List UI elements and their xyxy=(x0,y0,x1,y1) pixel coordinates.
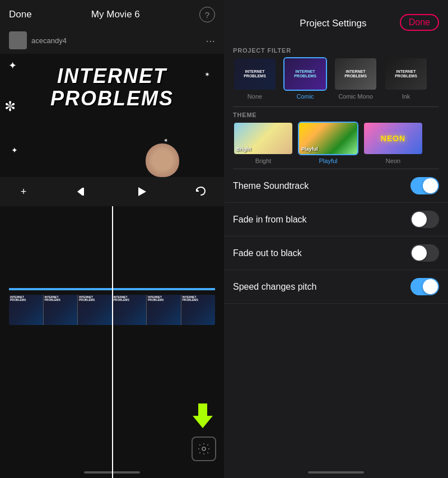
svg-marker-2 xyxy=(138,187,146,196)
help-button[interactable]: ? xyxy=(199,7,215,22)
theme-thumb-bright: Bright xyxy=(233,122,293,155)
add-clip-button[interactable]: + xyxy=(13,182,34,202)
svg-marker-3 xyxy=(193,403,213,428)
right-bottom-area xyxy=(224,304,448,478)
filter-item-comic-mono[interactable]: INTERNETPROBLEMS Comic Mono xyxy=(334,57,377,100)
neon-overlay-text: NEON xyxy=(381,134,405,143)
star-decoration: ✼ xyxy=(4,99,16,114)
svg-point-4 xyxy=(202,447,206,451)
theme-overlay-bright: Bright xyxy=(236,146,251,152)
filter-thumb-ink: INTERNETPROBLEMS xyxy=(384,57,428,91)
toggle-row-speed-pitch: Speed changes pitch xyxy=(224,270,448,304)
toggle-row-theme-soundtrack: Theme Soundtrack xyxy=(224,169,448,203)
theme-item-bright[interactable]: Bright Bright xyxy=(233,122,293,164)
filter-preview-comic-mono: INTERNETPROBLEMS xyxy=(335,58,376,90)
filter-section-label: PROJECT FILTER xyxy=(224,43,448,57)
filter-mini-text: INTERNETPROBLEMS xyxy=(244,69,266,78)
playback-controls: + xyxy=(0,177,224,206)
film-frame: INTERNETPROBLEMS xyxy=(44,295,78,325)
right-panel: Project Settings Done PROJECT FILTER INT… xyxy=(224,0,448,478)
theme-item-playful[interactable]: Playful Playful xyxy=(298,122,358,164)
toggle-row-fade-out: Fade out to black xyxy=(224,236,448,270)
gear-icon xyxy=(197,442,211,456)
filter-item-none[interactable]: INTERNETPROBLEMS None xyxy=(233,57,277,100)
video-preview: INTERNET PROBLEMS ✦ ✶ ✦ ✼ ✶ xyxy=(0,54,224,177)
filter-preview-ink: INTERNETPROBLEMS xyxy=(385,58,427,90)
arrow-down-icon xyxy=(193,403,213,428)
user-info: acecandy4 xyxy=(9,31,67,49)
svg-rect-1 xyxy=(82,188,84,196)
filter-label-comic: Comic xyxy=(296,93,314,100)
settings-title: Project Settings xyxy=(291,9,375,36)
project-settings-button[interactable] xyxy=(192,437,216,461)
film-frame: INTERNETPROBLEMS xyxy=(113,295,147,325)
done-button[interactable]: Done xyxy=(9,9,32,20)
play-button[interactable] xyxy=(132,182,152,202)
star-decoration: ✶ xyxy=(164,137,168,143)
filter-thumb-comic: INTERNETPROBLEMS xyxy=(283,57,327,91)
play-icon xyxy=(136,185,148,198)
film-frame: INTERNETPROBLEMS xyxy=(181,295,216,325)
rewind-icon xyxy=(76,185,88,198)
face-blob xyxy=(146,143,179,177)
filter-thumb-comic-mono: INTERNETPROBLEMS xyxy=(334,57,377,91)
theme-preview-playful: Playful xyxy=(299,123,357,154)
toggle-label-fade-out: Fade out to black xyxy=(233,248,302,258)
filter-label-comic-mono: Comic Mono xyxy=(338,93,373,100)
preview-line2: PROBLEMS xyxy=(22,87,202,110)
toggle-speed-pitch[interactable] xyxy=(410,278,439,295)
toggle-fade-out[interactable] xyxy=(410,244,439,262)
theme-item-neon[interactable]: NEON Neon xyxy=(363,122,423,164)
undo-icon xyxy=(194,185,207,198)
username-label: acecandy4 xyxy=(31,36,67,45)
preview-line1: INTERNET xyxy=(22,65,202,87)
settings-done-button[interactable]: Done xyxy=(400,14,439,31)
preview-content: INTERNET PROBLEMS ✦ ✶ ✦ ✼ ✶ xyxy=(0,54,224,177)
toggle-knob xyxy=(423,279,438,294)
filter-label-ink: Ink xyxy=(402,93,410,100)
right-header: Project Settings Done xyxy=(224,0,448,43)
filter-item-ink[interactable]: INTERNETPROBLEMS Ink xyxy=(384,57,428,100)
theme-label-playful: Playful xyxy=(319,157,337,164)
arrow-down-indicator xyxy=(193,403,213,433)
preview-title: INTERNET PROBLEMS xyxy=(22,65,202,109)
svg-marker-0 xyxy=(77,188,82,196)
home-indicator-right xyxy=(308,471,364,474)
toggle-knob xyxy=(412,212,427,227)
filter-thumb-none: INTERNETPROBLEMS xyxy=(233,57,277,91)
star-decoration: ✦ xyxy=(11,146,18,155)
filter-mini-text: INTERNETPROBLEMS xyxy=(395,69,417,78)
left-panel: Done My Movie 6 ? acecandy4 ··· INTERNET… xyxy=(0,0,224,478)
toggle-fade-in[interactable] xyxy=(410,211,439,228)
theme-preview-neon: NEON xyxy=(364,123,422,154)
sub-header: acecandy4 ··· xyxy=(0,29,224,54)
film-frame: INTERNETPROBLEMS xyxy=(9,295,44,325)
toggle-knob xyxy=(423,178,438,193)
theme-thumb-playful: Playful xyxy=(298,122,358,155)
theme-label-bright: Bright xyxy=(255,157,272,164)
undo-button[interactable] xyxy=(190,182,211,202)
theme-label-neon: Neon xyxy=(386,157,400,164)
more-button[interactable]: ··· xyxy=(206,34,215,47)
movie-title: My Movie 6 xyxy=(91,9,140,20)
filter-scroll: INTERNETPROBLEMS None INTERNETPROBLEMS C… xyxy=(224,57,448,106)
filter-mini-text: INTERNETPROBLEMS xyxy=(294,69,316,78)
theme-overlay-playful: Playful xyxy=(301,146,318,152)
theme-thumb-neon: NEON xyxy=(363,122,423,155)
filter-mini-text: INTERNETPROBLEMS xyxy=(344,69,367,78)
toggle-row-fade-in: Fade in from black xyxy=(224,203,448,236)
toggle-theme-soundtrack[interactable] xyxy=(410,177,439,194)
theme-scroll: Bright Bright Playful Playful NEON Neon xyxy=(233,122,439,164)
film-frame: INTERNETPROBLEMS xyxy=(147,295,181,325)
toggle-knob xyxy=(412,245,427,261)
filter-preview-none: INTERNETPROBLEMS xyxy=(234,58,276,90)
toggle-label-speed-pitch: Speed changes pitch xyxy=(233,282,316,292)
star-decoration: ✦ xyxy=(8,59,17,72)
filter-preview-comic: INTERNETPROBLEMS xyxy=(284,58,326,90)
playhead xyxy=(112,206,113,478)
rewind-button[interactable] xyxy=(72,182,92,202)
toggle-label-fade-in: Fade in from black xyxy=(233,215,307,225)
film-frame: INTERNETPROBLEMS xyxy=(78,295,113,325)
filter-item-comic[interactable]: INTERNETPROBLEMS Comic xyxy=(283,57,327,100)
avatar xyxy=(9,31,27,49)
